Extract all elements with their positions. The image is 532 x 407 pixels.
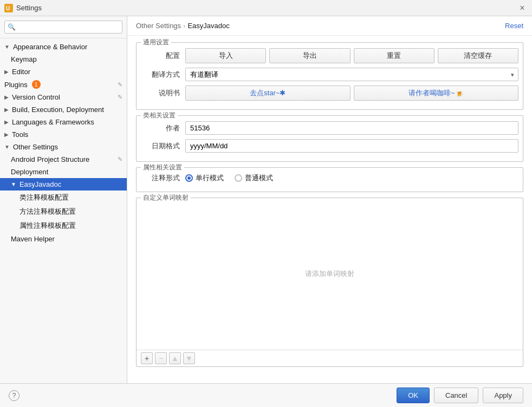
config-buttons: 导入 导出 重置 清空缓存	[185, 48, 518, 63]
translate-label: 翻译方式	[141, 70, 180, 80]
reset-link[interactable]: Reset	[505, 22, 523, 30]
sidebar-item-languages[interactable]: ▶ Languages & Frameworks	[0, 116, 127, 128]
class-settings-title: 类相关设置	[141, 111, 178, 120]
sidebar-item-label: Android Project Structure	[11, 155, 89, 163]
config-label: 配置	[141, 51, 180, 61]
config-row: 配置 导入 导出 重置 清空缓存	[141, 48, 518, 63]
sidebar-item-label: Languages & Frameworks	[12, 118, 94, 126]
breadcrumb-parent: Other Settings	[136, 22, 181, 30]
search-box: 🔍	[0, 16, 127, 38]
mapping-toolbar: + − ▲ ▼	[137, 350, 523, 366]
expand-icon: ▶	[4, 69, 9, 75]
close-button[interactable]: ×	[517, 3, 528, 14]
author-label: 作者	[141, 123, 180, 133]
clear-cache-button[interactable]: 清空缓存	[438, 48, 518, 63]
sidebar-item-class-template[interactable]: 类注释模板配置	[0, 191, 127, 205]
mapping-empty-hint: 请添加单词映射	[305, 269, 354, 279]
annotation-row: 注释形式 单行模式 普通模式	[141, 173, 518, 183]
sidebar-item-version-control[interactable]: ▶ Version Control ✎	[0, 91, 127, 103]
window-title: Settings	[16, 4, 42, 12]
sidebar-item-maven-helper[interactable]: Maven Helper	[0, 233, 127, 245]
edit-icon: ✎	[118, 94, 122, 101]
main-layout: 🔍 ▼ Appearance & Behavior Keymap ▶ Edito…	[0, 16, 532, 383]
sidebar-item-label: Build, Execution, Deployment	[12, 106, 104, 114]
sidebar-item-deployment[interactable]: Deployment	[0, 166, 127, 178]
sidebar-item-label: Editor	[12, 68, 30, 76]
date-format-row: 日期格式	[141, 139, 518, 153]
sidebar-item-label: 类注释模板配置	[20, 193, 69, 202]
sidebar-item-label: Keymap	[11, 55, 37, 63]
radio-single-line[interactable]: 单行模式	[185, 173, 224, 183]
sidebar-item-easyjavadoc[interactable]: ▼ EasyJavadoc	[0, 178, 127, 191]
date-format-label: 日期格式	[141, 141, 180, 151]
mapping-title: 自定义单词映射	[141, 193, 191, 202]
mapping-down-button[interactable]: ▼	[183, 352, 195, 364]
apply-button[interactable]: Apply	[483, 388, 523, 403]
title-bar: U Settings ×	[0, 0, 532, 16]
field-settings-section: 属性相关设置 注释形式 单行模式 普通模式	[136, 167, 523, 192]
sidebar-item-label: Tools	[12, 130, 28, 139]
radio-normal[interactable]: 普通模式	[235, 173, 273, 183]
mapping-remove-button[interactable]: −	[155, 352, 167, 364]
sidebar-item-label: Appearance & Behavior	[13, 43, 87, 51]
author-row: 作者	[141, 121, 518, 135]
content-area: Other Settings › EasyJavadoc Reset 通用设置 …	[127, 16, 532, 383]
app-icon: U	[4, 4, 13, 12]
bottom-bar: ? OK Cancel Apply	[0, 383, 532, 407]
reset-button[interactable]: 重置	[354, 48, 434, 63]
mapping-section: 自定义单词映射 请添加单词映射 + − ▲ ▼	[136, 198, 523, 367]
general-settings-section: 通用设置 配置 导入 导出 重置 清空缓存 翻译方式 有道翻译	[136, 42, 523, 110]
sidebar-item-build[interactable]: ▶ Build, Execution, Deployment	[0, 103, 127, 116]
import-button[interactable]: 导入	[185, 48, 266, 63]
sidebar-item-appearance[interactable]: ▼ Appearance & Behavior	[0, 41, 127, 53]
plugin-badge: 1	[32, 80, 41, 89]
coffee-button[interactable]: 请作者喝咖啡~🍺	[354, 86, 519, 101]
search-icon: 🔍	[8, 23, 16, 31]
sidebar-item-method-template[interactable]: 方法注释模板配置	[0, 205, 127, 219]
ok-button[interactable]: OK	[397, 388, 430, 403]
search-input[interactable]	[4, 21, 122, 34]
sidebar-item-label: Maven Helper	[11, 235, 55, 243]
sidebar-list: ▼ Appearance & Behavior Keymap ▶ Editor …	[0, 38, 127, 383]
sidebar: 🔍 ▼ Appearance & Behavior Keymap ▶ Edito…	[0, 16, 127, 383]
sidebar-item-field-template[interactable]: 属性注释模板配置	[0, 219, 127, 233]
annotation-radio-group: 单行模式 普通模式	[185, 173, 518, 183]
export-button[interactable]: 导出	[269, 48, 350, 63]
radio-normal-label: 普通模式	[245, 173, 273, 183]
general-settings-title: 通用设置	[141, 38, 171, 47]
manual-buttons: 去点star~✱ 请作者喝咖啡~🍺	[185, 86, 518, 101]
translate-select[interactable]: 有道翻译 百度翻译 谷歌翻译	[185, 68, 518, 81]
bottom-left: ?	[9, 390, 20, 401]
sidebar-item-tools[interactable]: ▶ Tools	[0, 128, 127, 141]
expand-icon: ▼	[4, 144, 10, 150]
mapping-empty-area: 请添加单词映射	[137, 198, 523, 350]
expand-icon: ▶	[4, 107, 9, 113]
sidebar-item-label: 方法注释模板配置	[20, 207, 76, 216]
author-input[interactable]	[185, 121, 518, 135]
sidebar-item-keymap[interactable]: Keymap	[0, 53, 127, 65]
expand-icon: ▶	[4, 132, 9, 137]
sidebar-item-other-settings[interactable]: ▼ Other Settings	[0, 141, 127, 153]
help-button[interactable]: ?	[9, 390, 20, 401]
field-settings-title: 属性相关设置	[141, 163, 184, 172]
bottom-right: OK Cancel Apply	[397, 388, 523, 403]
star-button[interactable]: 去点star~✱	[185, 86, 351, 101]
sidebar-item-plugins[interactable]: Plugins 1 ✎	[0, 78, 127, 91]
sidebar-item-android[interactable]: Android Project Structure ✎	[0, 153, 127, 166]
expand-icon: ▼	[4, 44, 10, 50]
sidebar-item-label: Deployment	[11, 168, 48, 176]
radio-single-label: 单行模式	[196, 173, 224, 183]
manual-row: 说明书 去点star~✱ 请作者喝咖啡~🍺	[141, 86, 518, 101]
mapping-add-button[interactable]: +	[141, 352, 153, 364]
date-format-input[interactable]	[185, 139, 518, 153]
edit-icon: ✎	[118, 156, 122, 163]
sidebar-item-editor[interactable]: ▶ Editor	[0, 65, 127, 78]
sidebar-item-label: EasyJavadoc	[20, 180, 61, 188]
cancel-button[interactable]: Cancel	[434, 388, 478, 403]
radio-single-dot	[185, 174, 193, 182]
translate-select-wrap: 有道翻译 百度翻译 谷歌翻译 ▾	[185, 68, 518, 81]
expand-icon: ▶	[4, 119, 9, 125]
sidebar-item-label: 属性注释模板配置	[20, 221, 76, 231]
edit-icon: ✎	[118, 81, 122, 88]
mapping-up-button[interactable]: ▲	[169, 352, 181, 364]
